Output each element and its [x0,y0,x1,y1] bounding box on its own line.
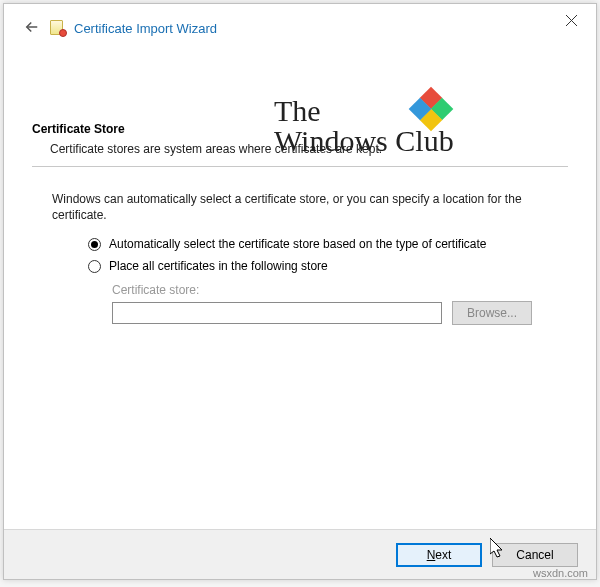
radio-label-manual: Place all certificates in the following … [109,259,328,273]
titlebar: Certificate Import Wizard [4,4,596,40]
store-label: Certificate store: [112,283,568,297]
radio-manual-store[interactable]: Place all certificates in the following … [88,259,568,273]
next-label-tail: ext [435,548,451,562]
close-button[interactable] [556,10,586,30]
certificate-icon [50,20,66,36]
radio-group: Automatically select the certificate sto… [88,237,568,273]
store-area: Certificate store: Browse... [112,283,568,325]
radio-icon [88,260,101,273]
certificate-store-input [112,302,442,324]
radio-label-auto: Automatically select the certificate sto… [109,237,487,251]
divider [32,166,568,167]
radio-icon [88,238,101,251]
wizard-window: Certificate Import Wizard The Windows Cl… [3,3,597,580]
windowsclub-logo-icon [414,92,448,126]
section-heading: Certificate Store [32,122,568,136]
footer: Next Cancel [4,529,596,579]
next-button[interactable]: Next [396,543,482,567]
cancel-button[interactable]: Cancel [492,543,578,567]
back-button[interactable] [18,13,46,41]
content-area: The Windows Club Certificate Store Certi… [4,40,596,529]
credit-text: wsxdn.com [533,567,588,579]
radio-auto-select[interactable]: Automatically select the certificate sto… [88,237,568,251]
section-description: Certificate stores are system areas wher… [50,142,568,156]
browse-button: Browse... [452,301,532,325]
wizard-title: Certificate Import Wizard [74,21,217,36]
intro-text: Windows can automatically select a certi… [52,191,548,223]
